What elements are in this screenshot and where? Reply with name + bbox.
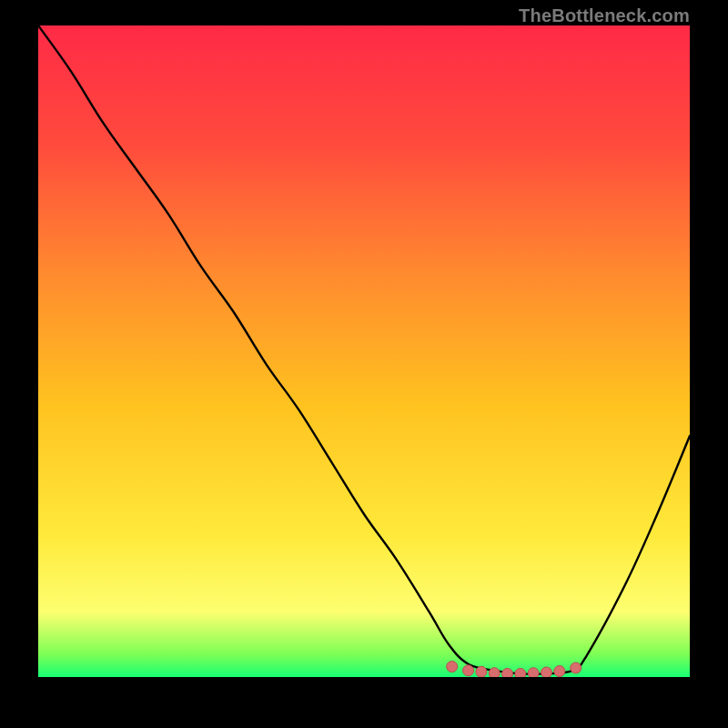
bottom-marker	[515, 668, 526, 677]
gradient-background	[38, 25, 690, 677]
chart-stage: TheBottleneck.com	[0, 0, 728, 728]
bottom-marker	[554, 666, 565, 677]
bottom-marker	[463, 665, 474, 676]
bottom-marker	[528, 668, 539, 677]
chart-svg	[38, 25, 690, 677]
watermark-label: TheBottleneck.com	[519, 5, 690, 26]
bottom-marker	[489, 668, 500, 677]
bottom-marker	[447, 662, 458, 672]
bottom-marker	[571, 662, 581, 673]
plot-area	[38, 25, 690, 677]
bottom-marker	[502, 668, 513, 677]
bottom-marker	[541, 667, 551, 677]
bottom-marker	[476, 666, 487, 677]
